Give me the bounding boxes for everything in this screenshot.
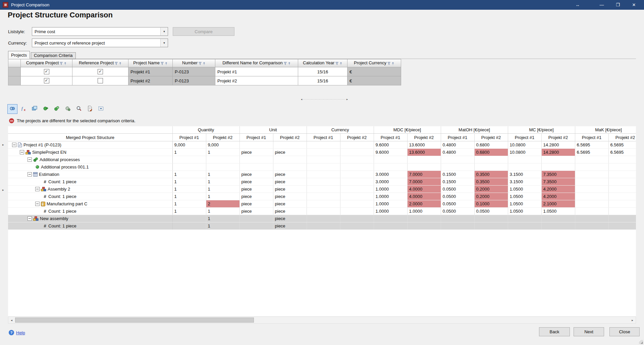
grid-cell[interactable]: 7.3500 — [541, 171, 575, 178]
grid-sub-header[interactable]: Projekt #2 — [407, 134, 441, 141]
grid-group-header[interactable]: MaK [€/piece] — [575, 126, 636, 134]
grid-sub-header[interactable]: Project #1 — [441, 134, 474, 141]
projects-row[interactable]: ✓Projekt #2P-0123Projekt #215/16€ — [8, 76, 401, 85]
grid-cell[interactable]: 9.6000 — [374, 149, 407, 156]
tree-cell[interactable]: Assembly 2 — [8, 186, 172, 193]
project-name-cell[interactable]: Projekt #2 — [128, 76, 173, 85]
splitter-collapse-left-icon[interactable]: ◂ — [301, 98, 302, 100]
grid-cell[interactable] — [206, 156, 239, 163]
grid-cell[interactable] — [441, 222, 474, 230]
grid-sub-header[interactable]: Projekt #2 — [474, 134, 508, 141]
grid-cell[interactable]: 1.0500 — [508, 200, 541, 208]
grid-cell[interactable]: piece — [239, 171, 273, 178]
grid-cell[interactable]: 1.0000 — [374, 200, 407, 208]
grid-cell[interactable]: piece — [239, 208, 273, 215]
number-cell[interactable]: P-0123 — [173, 67, 215, 76]
grid-cell[interactable]: 0.1500 — [441, 178, 474, 186]
scrollbar-thumb[interactable] — [15, 318, 254, 323]
grid-cell[interactable]: piece — [239, 186, 273, 193]
tree-cell[interactable]: #Count: 1 piece — [8, 178, 172, 186]
grid-cell[interactable]: 0.6800 — [474, 149, 508, 156]
grid-sub-header[interactable]: Project #1 — [307, 134, 340, 141]
grid-sub-header[interactable]: Projekt #2 — [541, 134, 575, 141]
grid-cell[interactable] — [273, 163, 307, 171]
calc-year-cell[interactable]: 15/16 — [298, 67, 347, 76]
selection-button[interactable] — [96, 104, 106, 114]
grid-row[interactable]: Additional process 001.1 — [8, 163, 636, 171]
grid-cell[interactable] — [474, 215, 508, 222]
grid-cell[interactable]: 4.0000 — [407, 193, 441, 200]
tree-cell[interactable]: Estimation — [8, 171, 172, 178]
grid-cell[interactable]: 13.6000 — [407, 141, 441, 149]
grid-cell[interactable]: 0.0500 — [441, 208, 474, 215]
grid-cell[interactable] — [608, 222, 636, 230]
grid-cell[interactable]: 14.2800 — [541, 141, 575, 149]
grid-cell[interactable] — [608, 193, 636, 200]
grid-cell[interactable] — [307, 186, 340, 193]
grid-row[interactable]: Assembly 211piecepiece1.00004.00000.0500… — [8, 186, 636, 193]
grid-sub-header[interactable]: Projekt #2 — [608, 134, 636, 141]
grid-row[interactable]: Additional processes — [8, 156, 636, 163]
grid-cell[interactable]: 4.2000 — [541, 186, 575, 193]
grid-cell[interactable] — [608, 178, 636, 186]
grid-cell[interactable] — [575, 171, 608, 178]
grid-cell[interactable]: 1 — [172, 178, 206, 186]
grid-cell[interactable]: 10.0800 — [508, 149, 541, 156]
grid-cell[interactable] — [307, 215, 340, 222]
grid-cell[interactable] — [172, 163, 206, 171]
projects-column-header[interactable]: Reference Project — [72, 59, 128, 67]
grid-cell[interactable]: 0.0500 — [441, 200, 474, 208]
grid-cell[interactable]: piece — [239, 193, 273, 200]
grid-row[interactable]: New assembly1piece — [8, 215, 636, 222]
grid-row[interactable]: Project #1 (P-0123)9,0009,0009.600013.60… — [8, 141, 636, 149]
pin-icon[interactable] — [203, 61, 206, 66]
splitter[interactable]: ◂ ▸ — [8, 98, 636, 101]
row-indicator[interactable] — [8, 76, 21, 85]
grid-cell[interactable] — [239, 222, 273, 230]
grid-cell[interactable]: 10.0800 — [508, 141, 541, 149]
grid-cell[interactable] — [340, 193, 374, 200]
grid-cell[interactable]: 2 — [206, 200, 239, 208]
grid-cell[interactable]: piece — [273, 200, 307, 208]
pin-icon[interactable] — [339, 61, 342, 66]
reference-checkbox[interactable]: ✓ — [98, 69, 103, 74]
grid-cell[interactable]: 1.0000 — [374, 208, 407, 215]
grid-cell[interactable] — [575, 163, 608, 171]
filter-icon[interactable] — [335, 61, 338, 66]
grid-cell[interactable]: 1 — [206, 178, 239, 186]
grid-cell[interactable] — [541, 156, 575, 163]
grid-cell[interactable] — [575, 208, 608, 215]
next-button[interactable]: Next — [574, 327, 604, 336]
grid-sub-header[interactable]: Project #1 — [172, 134, 206, 141]
grid-cell[interactable]: 0.1500 — [441, 171, 474, 178]
grid-cell[interactable] — [441, 156, 474, 163]
reference-project-cell[interactable] — [72, 76, 128, 85]
grid-cell[interactable]: piece — [273, 222, 307, 230]
pane-arrow-icon[interactable]: ▸ — [2, 188, 4, 192]
grid-cell[interactable] — [172, 156, 206, 163]
grid-cell[interactable]: 9,000 — [172, 141, 206, 149]
grid-group-header[interactable]: Quantity — [172, 126, 239, 134]
grid-cell[interactable] — [608, 215, 636, 222]
grid-cell[interactable]: 6.5695 — [575, 149, 608, 156]
reference-checkbox[interactable] — [98, 78, 103, 83]
filter-icon[interactable] — [60, 61, 63, 66]
grid-sub-header[interactable]: Project #1 — [508, 134, 541, 141]
grid-cell[interactable]: 0.2000 — [474, 186, 508, 193]
grid-cell[interactable]: 1 — [172, 186, 206, 193]
grid-row[interactable]: Manufacturing part C12piecepiece1.00002.… — [8, 200, 636, 208]
filter-icon[interactable] — [115, 61, 118, 66]
grid-cell[interactable]: 1 — [206, 171, 239, 178]
grid-cell[interactable]: 6.5695 — [608, 149, 636, 156]
projects-column-header[interactable]: Compare Project — [21, 59, 72, 67]
compare-checkbox[interactable]: ✓ — [44, 78, 49, 83]
grid-cell[interactable]: piece — [239, 200, 273, 208]
grid-cell[interactable]: 1 — [206, 186, 239, 193]
grid-cell[interactable] — [307, 193, 340, 200]
search-button[interactable] — [74, 104, 84, 114]
grid-cell[interactable] — [307, 156, 340, 163]
grid-sub-header[interactable]: Project #1 — [374, 134, 407, 141]
grid-cell[interactable]: 1 — [206, 193, 239, 200]
grid-cell[interactable]: 4.0000 — [407, 186, 441, 193]
diff-name-cell[interactable]: Projekt #1 — [215, 67, 298, 76]
